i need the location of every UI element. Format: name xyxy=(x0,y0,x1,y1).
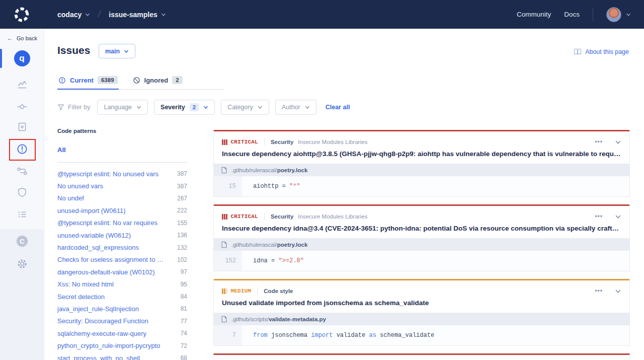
sidebar-item-repository[interactable]: q xyxy=(14,50,30,66)
category-filter-label: Category xyxy=(227,104,253,111)
chevron-down-icon xyxy=(305,105,310,110)
go-back-label: Go back xyxy=(17,35,37,41)
tab-ignored[interactable]: Ignored 2 xyxy=(132,74,184,90)
pattern-link[interactable]: Security: Discouraged Function 77 xyxy=(57,315,187,327)
issue-title[interactable]: Unused validate imported from jsonschema… xyxy=(222,299,621,307)
docs-link[interactable]: Docs xyxy=(564,11,580,18)
sidebar-item-security[interactable] xyxy=(16,186,28,198)
issue-category: Security xyxy=(271,139,293,145)
pattern-link[interactable]: Xss: No mixed html 95 xyxy=(57,278,187,291)
codacy-logo-icon[interactable] xyxy=(14,7,30,23)
pattern-link[interactable]: No unused vars 387 xyxy=(57,180,187,192)
pattern-link[interactable]: sqlalchemy-execute-raw-query 74 xyxy=(57,327,187,339)
pattern-label: start_process_with_no_shell xyxy=(57,354,140,360)
chevron-down-icon xyxy=(203,105,208,110)
pattern-count: 267 xyxy=(177,195,187,202)
code-snippet: 152 idna = ">=2.8" xyxy=(214,251,629,271)
pattern-label: java_inject_rule-SqlInjection xyxy=(57,305,139,313)
community-link[interactable]: Community xyxy=(517,11,551,18)
issue-card: CRITICAL Security Insecure Modules Libra… xyxy=(213,204,630,271)
pattern-count: 102 xyxy=(177,256,187,263)
pattern-label: Secret detection xyxy=(57,293,105,301)
pattern-count: 84 xyxy=(181,293,187,300)
codacy-c-icon: C xyxy=(15,234,29,248)
sidebar-item-files[interactable] xyxy=(16,121,28,133)
pull-request-icon xyxy=(16,165,28,177)
about-this-page-link[interactable]: About this page xyxy=(574,48,629,55)
collapse-card-button[interactable] xyxy=(615,139,621,146)
language-filter[interactable]: Language xyxy=(97,100,148,115)
pattern-link[interactable]: No undef 267 xyxy=(57,192,187,204)
severity-bars-icon xyxy=(222,214,227,220)
funnel-icon xyxy=(57,104,64,111)
pattern-link[interactable]: java_inject_rule-SqlInjection 81 xyxy=(57,303,187,315)
collapse-card-button[interactable] xyxy=(615,288,621,295)
severity-filter[interactable]: Severity 2 xyxy=(154,100,215,115)
nav-divider xyxy=(593,8,593,21)
sidebar-item-codacy-home[interactable]: C xyxy=(15,234,29,248)
user-menu[interactable] xyxy=(606,7,631,22)
repo-dropdown[interactable]: issue-samples xyxy=(109,11,166,19)
severity-label: MEDIUM xyxy=(231,288,252,294)
pattern-link[interactable]: @typescript eslint: No var requires 155 xyxy=(57,217,187,229)
chevron-down-icon xyxy=(258,105,263,110)
org-dropdown[interactable]: codacy xyxy=(57,11,90,19)
pattern-label: dangerous-default-value (W0102) xyxy=(57,268,155,276)
sidebar-item-commits[interactable] xyxy=(16,101,28,113)
pattern-label: Security: Discouraged Function xyxy=(57,317,148,325)
branch-selector[interactable]: main xyxy=(99,44,135,58)
clear-all-button[interactable]: Clear all xyxy=(326,104,350,111)
about-this-page-label: About this page xyxy=(585,48,629,55)
pattern-label: unused-import (W0611) xyxy=(57,207,126,214)
author-filter[interactable]: Author xyxy=(275,100,316,115)
go-back-button[interactable]: ← Go back xyxy=(7,35,37,42)
pattern-link[interactable]: start_process_with_no_shell 68 xyxy=(57,352,187,360)
line-number: 7 xyxy=(214,325,242,345)
pattern-count: 136 xyxy=(177,232,187,239)
pattern-label: Xss: No mixed html xyxy=(57,280,114,288)
sidebar-item-settings[interactable] xyxy=(16,258,28,270)
back-arrow-icon: ← xyxy=(7,35,13,42)
collapse-card-button[interactable] xyxy=(615,213,621,220)
page-title: Issues xyxy=(57,44,90,56)
tab-current-label: Current xyxy=(70,77,94,84)
sidebar-bottom-section xyxy=(0,229,44,360)
chevron-down-icon xyxy=(85,12,90,17)
issue-file-path[interactable]: .github/rulerascal/ poetry.lock xyxy=(214,238,629,251)
pattern-count: 132 xyxy=(177,244,187,251)
pattern-link[interactable]: Secret detection 84 xyxy=(57,291,187,303)
issue-file-path[interactable]: .github/rulerascal/ poetry.lock xyxy=(214,164,629,176)
avatar xyxy=(606,7,621,22)
pattern-link[interactable]: unused-import (W0611) 222 xyxy=(57,204,187,217)
severity-label: CRITICAL xyxy=(231,213,258,220)
pattern-link[interactable]: hardcoded_sql_expressions 132 xyxy=(57,241,187,253)
pattern-link[interactable]: dangerous-default-value (W0102) 97 xyxy=(57,266,187,278)
tab-current[interactable]: Current 6389 xyxy=(57,74,119,90)
pattern-link[interactable]: @typescript eslint: No unused vars 387 xyxy=(57,168,187,180)
pattern-count: 222 xyxy=(177,207,187,214)
sidebar-item-dashboard[interactable] xyxy=(16,79,28,91)
code-line: idna = ">=2.8" xyxy=(242,251,304,271)
pattern-link[interactable]: python_crypto_rule-import-pycrypto 72 xyxy=(57,339,187,351)
top-nav: codacy / issue-samples Community Docs xyxy=(0,0,644,29)
issue-category: Security xyxy=(271,213,293,220)
files-icon xyxy=(16,121,28,133)
branch-name: main xyxy=(105,48,120,55)
category-filter[interactable]: Category xyxy=(221,100,269,115)
issues-icon xyxy=(58,77,66,84)
code-snippet: 7 from jsonschema import validate as sch… xyxy=(214,325,629,345)
issue-title[interactable]: Insecure dependency idna@3.4 (CVE-2024-3… xyxy=(222,225,621,232)
sidebar-item-code-patterns[interactable] xyxy=(16,208,28,221)
pattern-count: 97 xyxy=(181,268,187,275)
pattern-link[interactable]: Checks for useless assignment to a l... … xyxy=(57,254,187,266)
sidebar-item-pull-requests[interactable] xyxy=(16,165,28,177)
pattern-label: python_crypto_rule-import-pycrypto xyxy=(57,342,160,349)
issue-file-path[interactable]: .github/scripts/ validate-metadata.py xyxy=(214,313,629,325)
tab-ignored-count: 2 xyxy=(172,76,182,84)
issue-title[interactable]: Insecure dependency aiohttp@3.8.5 (GHSA-… xyxy=(222,150,621,158)
pattern-link[interactable]: unused-variable (W0612) 136 xyxy=(57,229,187,241)
code-patterns-heading: Code patterns xyxy=(57,128,187,134)
ignored-icon xyxy=(133,77,140,84)
pattern-all-link[interactable]: All xyxy=(57,146,187,154)
severity-filter-count: 2 xyxy=(190,103,199,111)
